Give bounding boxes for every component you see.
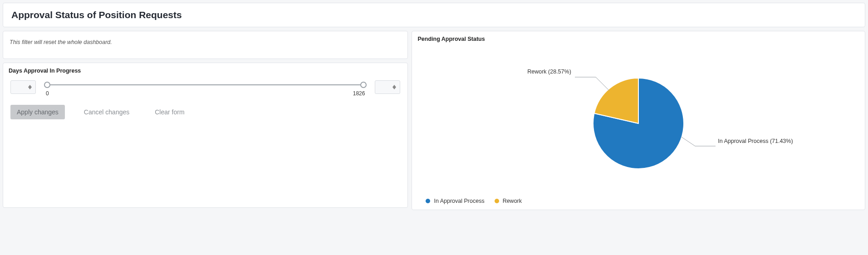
days-min-stepper[interactable] bbox=[10, 80, 36, 94]
cancel-changes-button[interactable]: Cancel changes bbox=[78, 105, 136, 119]
stepper-arrows-icon bbox=[392, 85, 396, 89]
legend-label: In Approval Process bbox=[434, 198, 484, 204]
days-max-stepper[interactable] bbox=[375, 80, 400, 94]
filter-reset-note-card: This filter will reset the whole dashboa… bbox=[3, 31, 408, 59]
slider-max-label: 1826 bbox=[353, 90, 365, 97]
page-title: Approval Status of Position Requests bbox=[11, 10, 857, 20]
days-range-slider[interactable]: 0 1826 bbox=[44, 80, 367, 96]
legend-label: Rework bbox=[503, 198, 522, 204]
pie-chart: Rework (28.57%) In Approval Process (71.… bbox=[412, 45, 865, 201]
callout-rework: Rework (28.57%) bbox=[527, 69, 571, 75]
days-approval-title: Days Approval In Progress bbox=[3, 63, 407, 77]
legend-dot-icon bbox=[495, 199, 499, 203]
stepper-arrows-icon bbox=[28, 85, 32, 89]
chart-title: Pending Approval Status bbox=[412, 31, 865, 45]
days-approval-panel: Days Approval In Progress 0 1826 bbox=[3, 63, 408, 208]
legend-item-in-approval[interactable]: In Approval Process bbox=[426, 198, 484, 204]
page-header: Approval Status of Position Requests bbox=[3, 3, 865, 27]
slider-thumb-max[interactable] bbox=[360, 82, 367, 88]
apply-changes-button[interactable]: Apply changes bbox=[10, 105, 65, 119]
slider-thumb-min[interactable] bbox=[44, 82, 50, 88]
pending-approval-chart-card: Pending Approval Status Rework (28.57%) … bbox=[412, 31, 865, 210]
filter-reset-note: This filter will reset the whole dashboa… bbox=[10, 39, 112, 45]
callout-in-approval: In Approval Process (71.43%) bbox=[718, 138, 793, 144]
chart-legend: In Approval Process Rework bbox=[426, 198, 522, 204]
legend-dot-icon bbox=[426, 199, 430, 203]
clear-form-button[interactable]: Clear form bbox=[148, 105, 191, 119]
legend-item-rework[interactable]: Rework bbox=[495, 198, 522, 204]
slider-min-label: 0 bbox=[46, 90, 49, 97]
